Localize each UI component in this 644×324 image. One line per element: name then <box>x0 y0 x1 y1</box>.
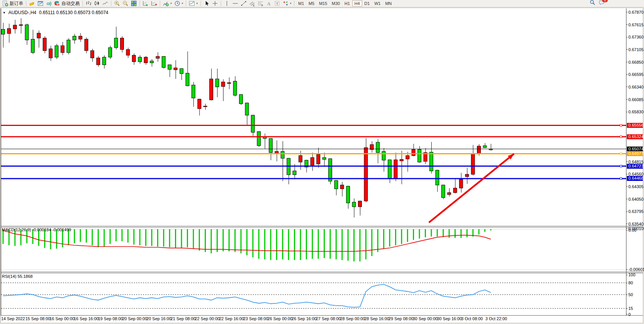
rsi-scale-label: 15 <box>628 306 633 311</box>
price-tick-mark <box>626 87 628 87</box>
time-axis-label[interactable]: 21 Sep 08:00 <box>171 316 196 321</box>
time-axis-label[interactable]: 28 Sep 16:00 <box>365 316 389 321</box>
time-axis-label[interactable]: 16 Sep 00:00 <box>50 316 74 321</box>
time-axis-label[interactable]: 3 Oct 22:00 <box>485 316 507 321</box>
macd-tick-mark <box>626 269 628 270</box>
mt4-window: 新订单自动交易▾▾▾EFAT▾M1M5M15M30H1H4D1W1MN1 ▼ A… <box>0 0 644 324</box>
price-tick-mark <box>626 161 628 162</box>
time-axis-label[interactable]: 29 Sep 08:00 <box>389 316 413 321</box>
price-line-badge: 0.64468 <box>627 176 643 181</box>
price-tick-label: 0.67870 <box>628 10 644 15</box>
time-axis-label[interactable]: 3 Oct 08:00 <box>461 316 483 321</box>
rsi-scale-label: 0 <box>628 312 631 317</box>
price-tick-mark <box>626 74 628 75</box>
rsi-tick-mark <box>626 295 628 295</box>
price-tick-mark <box>626 24 628 25</box>
price-tick-label: 0.67615 <box>628 23 644 27</box>
price-tick-label: 0.64815 <box>628 160 644 164</box>
price-tick-mark <box>626 12 628 12</box>
price-line-badge: 0.65074 <box>627 147 643 152</box>
time-axis-label[interactable]: 14 Sep 2022 <box>1 316 25 321</box>
macd-scale-label: -0.00601 <box>628 267 644 272</box>
macd-panel-layer <box>1 229 626 270</box>
price-tick-label: 0.63540 <box>628 222 644 226</box>
rsi-scale-label: 50 <box>628 292 633 297</box>
price-line-badge: 0.65556 <box>627 123 643 128</box>
price-tick-label: 0.66850 <box>628 60 644 64</box>
price-line-badge: 0.65324 <box>627 134 643 139</box>
price-tick-mark <box>626 62 628 62</box>
time-axis-label[interactable]: 22 Sep 16:00 <box>219 316 244 321</box>
price-tick-label: 0.64560 <box>628 172 644 176</box>
price-tick-mark <box>626 199 628 199</box>
time-axis-label[interactable]: 23 Sep 08:00 <box>243 316 268 321</box>
rsi-tick-mark <box>626 275 628 275</box>
line-handle <box>620 177 622 179</box>
macd-scale-label: 0.00 <box>628 228 636 232</box>
price-tick-label: 0.64305 <box>628 184 644 189</box>
time-axis-label[interactable]: 16 Sep 16:00 <box>74 316 99 321</box>
time-axis-label[interactable]: 30 Sep 16:00 <box>437 316 462 321</box>
price-tick-label: 0.67360 <box>628 35 644 39</box>
price-tick-mark <box>626 211 628 212</box>
time-axis-label[interactable]: 26 Sep 00:00 <box>268 316 292 321</box>
rsi-line <box>3 284 491 307</box>
price-tick-mark <box>626 37 628 37</box>
time-axis-label[interactable]: 15 Sep 08:00 <box>26 316 50 321</box>
time-axis-label[interactable]: 27 Sep 08:00 <box>316 316 341 321</box>
chart-canvas[interactable] <box>0 0 644 324</box>
horizontal-lines-layer[interactable] <box>1 124 626 179</box>
time-axis-label[interactable]: 26 Sep 16:00 <box>292 316 316 321</box>
price-tick-mark <box>626 99 628 100</box>
candles-layer <box>2 18 493 218</box>
line-handle <box>620 136 622 138</box>
price-tick-label: 0.63795 <box>628 209 644 214</box>
price-tick-mark <box>626 49 628 50</box>
rsi-scale-label: 80 <box>628 280 633 285</box>
price-tick-label: 0.66085 <box>628 97 644 102</box>
price-line-badge: 0.64977 <box>627 151 643 156</box>
time-axis-label[interactable]: 22 Sep 00:00 <box>195 316 220 321</box>
macd-tick-mark <box>626 228 628 229</box>
rsi-scale-label: 100 <box>628 272 635 277</box>
rsi-tick-mark <box>626 283 628 283</box>
time-axis-label[interactable]: 30 Sep 00:00 <box>413 316 438 321</box>
panel-borders <box>1 8 643 316</box>
rsi-indicator-label: RSI(14) 55.1868 <box>2 274 33 279</box>
price-tick-mark <box>626 112 628 112</box>
macd-tick-mark <box>626 230 628 231</box>
price-tick-mark <box>626 174 628 174</box>
time-axis-label[interactable]: 28 Sep 00:00 <box>340 316 365 321</box>
price-tick-label: 0.65830 <box>628 110 644 114</box>
macd-indicator-label: MACD(12,26,9) -0.000184 -0.001499 <box>2 227 71 232</box>
chart-title-row: ▼ AUDUSD-,H4 0.65111 0.65130 0.65073 0.6… <box>3 10 108 15</box>
price-tick-mark <box>626 224 628 224</box>
chart-menu-icon[interactable]: ▼ <box>3 11 6 15</box>
rsi-panel-layer <box>1 283 626 308</box>
price-line-badge: 0.64723 <box>627 164 643 169</box>
line-handle <box>620 165 622 167</box>
price-tick-label: 0.66340 <box>628 85 644 89</box>
price-tick-label: 0.67105 <box>628 47 644 52</box>
line-handle <box>620 153 622 155</box>
time-axis-label[interactable]: 20 Sep 16:00 <box>146 316 171 321</box>
quote-ohlc-label: 0.65111 0.65130 0.65073 0.65074 <box>39 10 108 15</box>
time-axis-label[interactable]: 19 Sep 08:00 <box>98 316 123 321</box>
rsi-tick-mark <box>626 308 628 309</box>
price-tick-label: 0.66595 <box>628 72 644 77</box>
price-tick-label: 0.64050 <box>628 197 644 201</box>
line-handle <box>620 124 622 126</box>
price-tick-mark <box>626 186 628 187</box>
time-axis-label[interactable]: 20 Sep 00:00 <box>122 316 147 321</box>
symbol-period-label: AUDUSD-,H4 <box>8 10 36 15</box>
rsi-tick-mark <box>626 314 628 314</box>
